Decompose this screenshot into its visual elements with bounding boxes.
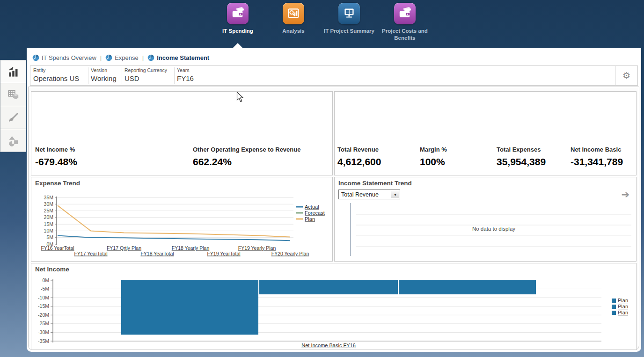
application-window: { "header": { "items": [ {"label": "IT S… <box>0 0 644 357</box>
y-tick-label: -15M <box>38 303 49 309</box>
nav-label: Project Costs and Benefits <box>372 28 438 42</box>
y-tick-label: -10M <box>38 295 49 300</box>
legend-item-plan[interactable]: Plan <box>618 310 628 315</box>
pov-value-reporting-currency[interactable]: USD <box>124 74 167 82</box>
nav-item-analysis[interactable]: Analysis <box>270 3 317 35</box>
x-axis-label[interactable]: FY20 Yearly Plan <box>271 251 309 256</box>
pov-value-years[interactable]: FY16 <box>177 74 194 82</box>
income-statement-trend-panel: Income Statement Trend Total Revenue ▾ ➔… <box>334 177 637 262</box>
x-axis-label[interactable]: FY19 Yearly Plan <box>238 245 276 251</box>
x-axis-label[interactable]: FY17 YearTotal <box>74 251 107 256</box>
expense-trend-chart: 0M5M10M15M20M25M30M35MActualForecastPlan… <box>31 177 332 261</box>
y-tick-label: -30M <box>38 329 49 335</box>
kpi-label: Total Expenses <box>497 146 541 153</box>
pie-chart-icon <box>105 54 112 61</box>
pov-field-years: Years FY16 <box>177 67 194 82</box>
legend-item-plan[interactable]: Plan <box>618 298 628 303</box>
monitor-icon <box>338 3 360 24</box>
bar-plan-0[interactable] <box>121 280 258 335</box>
kpi-label: Margin % <box>420 146 447 153</box>
expense-trend-panel: Expense Trend 0M5M10M15M20M25M30M35MActu… <box>31 177 333 262</box>
nav-item-project-costs-benefits[interactable]: Project Costs and Benefits <box>372 3 438 42</box>
x-axis-label[interactable]: FY16 YearTotal <box>41 245 74 251</box>
y-tick-label: 15M <box>44 221 53 227</box>
kpi-value: 100% <box>420 156 445 168</box>
breadcrumb-separator: | <box>100 54 102 61</box>
series-line-plan <box>58 205 290 237</box>
y-tick-label: -35M <box>38 338 49 344</box>
legend-item-plan[interactable]: Plan <box>305 216 315 222</box>
no-data-message: No data to display <box>356 226 631 232</box>
y-tick-label: 25M <box>44 208 53 213</box>
kpi-label: Net Income Basic <box>571 146 621 153</box>
bar-plan-2[interactable] <box>399 280 536 294</box>
x-axis-label[interactable]: Net Income Basic FY16 <box>301 342 356 348</box>
net-income-chart: 0M-5M-10M-15M-20M-25M-30M-35MNet Income … <box>31 263 636 350</box>
kpi-value: -31,341,789 <box>571 156 623 168</box>
pov-field-reporting-currency: Reporting Currency USD <box>124 67 167 82</box>
wallet-icon <box>394 3 416 24</box>
y-tick-label: 5M <box>46 234 53 240</box>
bar-chart-arrow-icon <box>7 66 20 78</box>
y-tick-label: -5M <box>41 286 49 291</box>
pov-value-version[interactable]: Working <box>91 74 117 82</box>
sidebar-tab-charts-view[interactable] <box>0 60 26 83</box>
legend-item-actual[interactable]: Actual <box>305 204 319 210</box>
pov-separator <box>88 67 88 84</box>
pov-bar: Entity Operations US Version Working Rep… <box>30 66 638 86</box>
y-tick-label: -25M <box>38 321 49 326</box>
income-statement-trend-chart <box>335 177 636 261</box>
top-navigation: IT Spending Analysis IT <box>0 0 644 48</box>
pov-separator <box>174 67 175 84</box>
sidebar-tab-grid-view[interactable] <box>0 83 26 106</box>
nav-item-it-spending[interactable]: IT Spending <box>214 3 261 35</box>
breadcrumb-label: Expense <box>115 54 139 61</box>
active-tab-notch <box>233 43 243 48</box>
kpi-value: 4,612,600 <box>337 156 381 168</box>
nav-item-it-project-summary[interactable]: IT Project Summary <box>321 3 377 35</box>
x-axis-label[interactable]: FY18 Yearly Plan <box>172 245 210 251</box>
shapes-icon <box>7 134 20 147</box>
pov-value-entity[interactable]: Operations US <box>33 74 79 82</box>
paintbrush-icon <box>7 111 20 124</box>
content-panel: IT Spends Overview | Expense | Income St… <box>27 48 641 352</box>
kpi-value: 662.24% <box>193 156 232 168</box>
x-axis-label[interactable]: FY18 YearTotal <box>140 251 174 256</box>
kpi-label: Net Income % <box>35 146 75 153</box>
breadcrumb-item-income-statement[interactable]: Income Statement <box>147 54 209 61</box>
net-income-panel: Net Income 0M-5M-10M-15M-20M-25M-30M-35M… <box>31 263 637 350</box>
series-line-actual <box>58 235 290 240</box>
breadcrumb: IT Spends Overview | Expense | Income St… <box>32 52 209 63</box>
pov-field-version: Version Working <box>91 67 117 82</box>
kpi-value: -679.48% <box>35 156 77 168</box>
gear-icon[interactable]: ⚙ <box>615 66 637 85</box>
legend-item-plan[interactable]: Plan <box>618 304 628 309</box>
kpi-tile-totals: Total Revenue 4,612,600 Margin % 100% To… <box>334 91 637 175</box>
analysis-icon <box>283 3 304 24</box>
breadcrumb-item-it-spends-overview[interactable]: IT Spends Overview <box>32 54 96 61</box>
sidebar-tab-format-view[interactable] <box>0 106 26 129</box>
grid-cube-icon <box>7 88 20 101</box>
kpi-label: Other Operating Expense to Revenue <box>193 146 300 153</box>
y-tick-label: 20M <box>44 214 53 220</box>
breadcrumb-label: IT Spends Overview <box>42 54 96 61</box>
y-tick-label: 35M <box>44 195 53 200</box>
legend-item-forecast[interactable]: Forecast <box>305 210 325 216</box>
sidebar-tab-shapes-view[interactable] <box>0 129 26 152</box>
y-tick-label: 30M <box>44 201 53 207</box>
pov-label: Reporting Currency <box>124 67 167 73</box>
sidebar <box>0 60 27 152</box>
wallet-icon <box>227 3 249 24</box>
x-axis-label[interactable]: FY17 Qrtly Plan <box>107 245 141 251</box>
y-tick-label: 10M <box>44 228 53 233</box>
pov-field-entity: Entity Operations US <box>33 67 79 82</box>
kpi-tile-ratios: Net Income % -679.48% Other Operating Ex… <box>31 91 333 175</box>
y-tick-label: -20M <box>38 312 49 318</box>
nav-label: IT Project Summary <box>321 28 377 35</box>
breadcrumb-label: Income Statement <box>157 54 209 61</box>
pie-chart-icon <box>147 54 154 61</box>
bar-plan-1[interactable] <box>259 280 398 294</box>
breadcrumb-item-expense[interactable]: Expense <box>105 54 139 61</box>
x-axis-label[interactable]: FY19 YearTotal <box>207 251 240 256</box>
pie-chart-icon <box>32 54 39 61</box>
